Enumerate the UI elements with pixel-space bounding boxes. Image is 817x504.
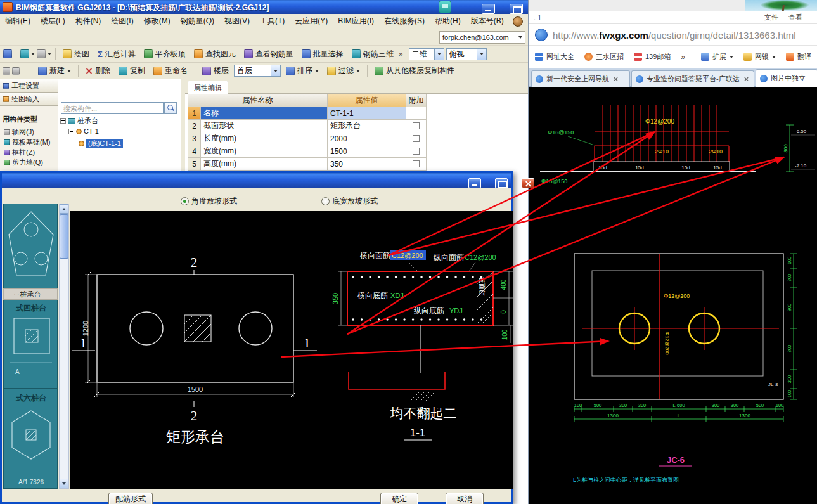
browser-menu-view[interactable]: 查看 bbox=[788, 13, 802, 22]
value-bottom-vertical-rebar[interactable]: YDJ bbox=[449, 307, 463, 314]
type-item-raft[interactable]: 筏板基础(M) bbox=[4, 138, 51, 147]
redo-icon[interactable] bbox=[37, 49, 46, 58]
menu-component[interactable]: 构件(N) bbox=[70, 14, 106, 29]
scroll-up-button[interactable] bbox=[60, 204, 68, 214]
tab-close-icon[interactable] bbox=[743, 77, 749, 82]
view-rebar-qty-button[interactable]: 查看钢筋量 bbox=[241, 48, 297, 61]
dialog-close-button[interactable] bbox=[522, 178, 534, 188]
menu-online[interactable]: 在线服务(S) bbox=[379, 14, 430, 29]
rebar-3d-button[interactable]: 钢筋三维 bbox=[349, 48, 397, 61]
extensions-button[interactable]: 扩展 bbox=[701, 52, 733, 61]
ok-button[interactable]: 确定 bbox=[380, 493, 418, 504]
prop-value-cell[interactable]: CT-1-1 bbox=[328, 107, 406, 120]
view-angle-combo[interactable]: 俯视 bbox=[446, 48, 487, 60]
menu-help[interactable]: 帮助(H) bbox=[430, 14, 466, 29]
nav-project-settings[interactable]: 工程设置 bbox=[0, 79, 58, 93]
row-number[interactable]: 5 bbox=[188, 158, 201, 171]
view-mode-combo[interactable]: 二维 bbox=[409, 48, 444, 60]
undo-dropdown-icon[interactable] bbox=[31, 53, 35, 55]
type-item-axis[interactable]: 轴网(J) bbox=[4, 127, 34, 137]
browser-menu-file[interactable]: 文件 bbox=[764, 13, 778, 22]
value-top-vertical-rebar[interactable]: C12@200 bbox=[465, 254, 496, 261]
radio-bottom-width-slope[interactable]: 底宽放坡形式 bbox=[321, 196, 378, 207]
bookmark-sanshui[interactable]: 三水区招 bbox=[584, 52, 624, 61]
translate-button[interactable]: 翻译 bbox=[786, 52, 811, 61]
bookmarks-overflow-chevron[interactable]: » bbox=[681, 53, 685, 61]
menu-rebar[interactable]: 钢筋量(Q) bbox=[176, 14, 219, 29]
menu-modify[interactable]: 修改(M) bbox=[139, 14, 176, 29]
attach-checkbox[interactable] bbox=[413, 148, 420, 155]
new-button[interactable]: 新建 bbox=[35, 64, 74, 77]
copy-from-floor-button[interactable]: 从其他楼层复制构件 bbox=[371, 64, 458, 77]
menu-view[interactable]: 视图(V) bbox=[219, 14, 255, 29]
align-slab-top-button[interactable]: 平齐板顶 bbox=[141, 48, 189, 61]
floor-combo[interactable]: 首层 bbox=[234, 65, 281, 77]
toolbar-overflow-chevron[interactable]: » bbox=[399, 49, 403, 58]
combo-button[interactable] bbox=[271, 65, 280, 76]
menu-edit[interactable]: 编辑(E) bbox=[0, 14, 35, 29]
prop-value-cell[interactable]: 矩形承台 bbox=[328, 120, 406, 132]
delete-button[interactable]: 删除 bbox=[82, 64, 113, 77]
tree-collapse-icon[interactable] bbox=[68, 129, 74, 134]
tab-glodon-qa[interactable]: 专业造价问题答疑平台-广联达 bbox=[631, 70, 754, 87]
menu-floor[interactable]: 楼层(L) bbox=[35, 14, 70, 29]
menu-draw[interactable]: 绘图(I) bbox=[106, 14, 138, 29]
value-bottom-horizontal-rebar[interactable]: XDJ bbox=[390, 292, 404, 299]
cad-drawing-view[interactable]: Φ12@200 2Φ10 2Φ10 15d 15d 15d 15d Φ16@15… bbox=[529, 87, 817, 504]
bookmark-site-nav[interactable]: 网址大全 bbox=[535, 52, 574, 61]
prop-value-cell[interactable]: 1500 bbox=[328, 145, 406, 158]
prop-name-cell[interactable]: 截面形状 bbox=[201, 120, 328, 132]
notification-tray-icon[interactable] bbox=[439, 1, 451, 13]
menu-cloud[interactable]: 云应用(Y) bbox=[290, 14, 333, 29]
dialog-minimize-button[interactable] bbox=[468, 178, 481, 188]
radio-angle-slope[interactable]: 角度放坡形式 bbox=[181, 196, 237, 207]
prop-value-cell[interactable]: 2000 bbox=[328, 132, 406, 145]
prop-value-cell[interactable]: 350 bbox=[328, 158, 406, 171]
row-number[interactable]: 1 bbox=[188, 107, 201, 120]
prop-name-cell[interactable]: 宽度(mm) bbox=[201, 145, 328, 158]
dialog-maximize-button[interactable] bbox=[495, 178, 508, 188]
value-top-horizontal-rebar[interactable]: C12@200 bbox=[392, 252, 423, 259]
combo-button[interactable] bbox=[477, 49, 486, 60]
row-number[interactable]: 3 bbox=[188, 132, 201, 145]
maximize-button[interactable] bbox=[510, 4, 523, 14]
tab-close-icon[interactable] bbox=[614, 77, 619, 82]
tab-safe-nav[interactable]: 新一代安全上网导航 bbox=[531, 70, 630, 87]
tree-collapse-icon[interactable] bbox=[60, 118, 66, 124]
search-button[interactable] bbox=[164, 102, 177, 114]
tree-node-pilecap[interactable]: 桩承台 bbox=[60, 116, 98, 126]
menu-tools[interactable]: 工具(T) bbox=[255, 14, 290, 29]
batch-select-button[interactable]: 批量选择 bbox=[299, 48, 347, 61]
attach-checkbox[interactable] bbox=[413, 160, 420, 167]
summary-calc-button[interactable]: Σ汇总计算 bbox=[94, 48, 139, 61]
combo-button[interactable] bbox=[434, 49, 444, 60]
prop-name-cell[interactable]: 长度(mm) bbox=[201, 132, 328, 145]
url-text[interactable]: http://www.fwxgx.com/question/gimq/detai… bbox=[553, 30, 796, 41]
tree-node-ct1[interactable]: CT-1 bbox=[68, 127, 99, 135]
search-input[interactable] bbox=[61, 102, 164, 114]
row-number[interactable]: 2 bbox=[188, 120, 201, 132]
pilecap-preview-canvas[interactable]: 1200 1500 2 2 1 1 矩形承台 横向面筋 C12@200 纵向面筋… bbox=[70, 211, 513, 489]
scroll-down-button[interactable] bbox=[60, 479, 68, 488]
find-element-button[interactable]: 查找图元 bbox=[191, 48, 239, 61]
type-item-column[interactable]: 框柱(Z) bbox=[4, 148, 35, 157]
cancel-button[interactable]: 取消 bbox=[446, 493, 484, 504]
scrollbar-thumb[interactable] bbox=[60, 214, 68, 259]
filter-button[interactable]: 过滤 bbox=[324, 64, 363, 77]
copy-button[interactable]: 复制 bbox=[115, 64, 148, 77]
thumb-six-pile-cap[interactable]: 式六桩台 A/1.7326 bbox=[3, 389, 58, 489]
rename-button[interactable]: 重命名 bbox=[150, 64, 191, 77]
nav-draw-input[interactable]: 绘图输入 bbox=[0, 93, 58, 106]
row-number[interactable]: 4 bbox=[188, 145, 201, 158]
tree-node-ct11[interactable]: (底)CT-1-1 bbox=[79, 139, 123, 148]
tab-image-detail[interactable]: 图片中独立 bbox=[756, 69, 817, 87]
thumb-three-pile-cap[interactable] bbox=[3, 204, 58, 288]
panel-dock-icon[interactable] bbox=[3, 67, 10, 75]
thumb-scrollbar[interactable] bbox=[59, 204, 69, 489]
attach-checkbox[interactable] bbox=[413, 135, 420, 142]
ebank-button[interactable]: 网银 bbox=[743, 52, 776, 61]
thumb-four-pile-cap[interactable]: 式四桩台 A bbox=[3, 300, 58, 389]
redo-dropdown-icon[interactable] bbox=[48, 53, 51, 55]
tab-property-editor[interactable]: 属性编辑 bbox=[188, 81, 228, 94]
menu-bim[interactable]: BIM应用(I) bbox=[333, 14, 379, 29]
